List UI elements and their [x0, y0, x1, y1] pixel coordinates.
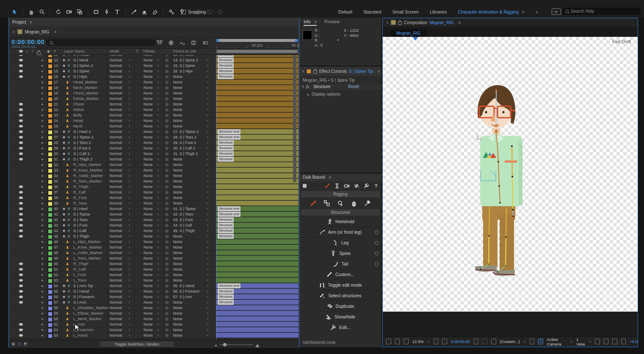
timeline-layer-bar[interactable]	[216, 85, 299, 90]
pickwhip-icon[interactable]: ◎	[165, 272, 169, 277]
chevron-down-icon[interactable]: ∨	[207, 261, 209, 266]
layer-color-swatch[interactable]	[48, 306, 53, 311]
blend-mode-dropdown[interactable]: Normal	[110, 239, 122, 244]
current-time-indicator[interactable]	[412, 37, 418, 44]
current-comp-icon[interactable]	[302, 183, 308, 189]
pickwhip-icon[interactable]: ◎	[165, 201, 169, 206]
blend-mode-dropdown[interactable]: Normal	[110, 151, 122, 156]
layer-row[interactable]: ▶21♟ChestNormal∨None∨◎None∨	[9, 102, 299, 107]
layer-row[interactable]: ▶31★#S | Thigh 2Normal∨None∨◎None∨Struct…	[9, 157, 299, 162]
layer-row[interactable]: ▶56★#S | ForearmNormal∨None∨◎57. S | Arm…	[9, 294, 299, 300]
layer-color-swatch[interactable]	[48, 235, 53, 239]
trkmat-dropdown[interactable]: None	[144, 179, 153, 184]
timeline-search-input[interactable]	[46, 39, 155, 46]
video-visibility-toggle[interactable]	[19, 279, 23, 282]
video-visibility-toggle[interactable]	[19, 75, 23, 78]
chevron-down-icon[interactable]: ∨	[128, 278, 130, 283]
grid-guides-icon[interactable]	[442, 339, 447, 344]
layer-name[interactable]: Chest_Marker	[73, 91, 99, 96]
panel-menu-icon[interactable]: ≡	[329, 175, 332, 180]
chevron-down-icon[interactable]: ∨	[157, 129, 159, 134]
timeline-zoom-slider[interactable]	[215, 342, 260, 347]
layer-name[interactable]: R_Toes_Marker	[73, 179, 102, 184]
chevron-down-icon[interactable]: ∨	[128, 223, 130, 228]
chevron-down-icon[interactable]: ∨	[128, 91, 130, 96]
layer-name[interactable]: L_Elbow_Marker	[73, 311, 103, 316]
video-visibility-toggle[interactable]	[19, 196, 23, 199]
video-visibility-toggle[interactable]	[19, 64, 23, 67]
expand-arrow-icon[interactable]: ▶	[41, 157, 44, 162]
chevron-down-icon[interactable]: ∨	[157, 289, 159, 294]
chevron-down-icon[interactable]: ∨	[157, 151, 159, 156]
timeline-layer-bar[interactable]: Structure	[216, 228, 299, 233]
blend-mode-dropdown[interactable]: Normal	[110, 102, 122, 107]
timeline-layer-bar[interactable]: Structure	[216, 69, 299, 74]
layer-name[interactable]: Belly	[73, 113, 82, 118]
layer-color-swatch[interactable]	[48, 218, 53, 223]
rectangle-tool-icon[interactable]	[92, 8, 100, 16]
layer-color-swatch[interactable]	[48, 91, 53, 96]
pickwhip-icon[interactable]: ◎	[165, 63, 169, 68]
radio-circle-icon[interactable]	[375, 230, 379, 234]
layer-row[interactable]: ▶44★#S | CalfNormal∨None∨◎45. S | Thigh∨…	[9, 228, 299, 234]
trkmat-dropdown[interactable]: None	[144, 129, 153, 134]
solo-column-icon[interactable]: ○	[32, 49, 34, 53]
timeline-layer-bar[interactable]	[216, 278, 299, 283]
expand-arrow-icon[interactable]: ▶	[41, 107, 44, 112]
blend-mode-dropdown[interactable]: Normal	[110, 327, 122, 332]
layer-color-swatch[interactable]	[48, 246, 53, 250]
blend-mode-dropdown[interactable]: Normal	[110, 228, 122, 233]
expand-arrow-icon[interactable]: ▶	[41, 135, 44, 140]
pickwhip-icon[interactable]: ◎	[165, 305, 169, 310]
pickwhip-icon[interactable]: ◎	[165, 80, 169, 85]
chevron-down-icon[interactable]: ∨	[157, 206, 159, 211]
parent-link-dropdown[interactable]: 28. S | Toes 2	[173, 135, 196, 140]
project-panel-header[interactable]: Project ≡	[9, 18, 299, 26]
layer-color-swatch[interactable]	[48, 251, 53, 256]
timeline-layer-bar[interactable]	[216, 190, 299, 195]
expand-arrow-icon[interactable]: ▶	[41, 69, 44, 74]
layer-row[interactable]: ▶13★#S | NeckNormal∨None∨◎14. S | Spine …	[9, 58, 299, 63]
chevron-down-icon[interactable]: ∨	[207, 195, 209, 200]
layer-row[interactable]: ▶17♟Head_MarkerNormal∨None∨◎None∨	[9, 80, 299, 85]
layer-color-swatch[interactable]	[48, 80, 53, 85]
timeline-layer-bar[interactable]: Structure end	[216, 283, 299, 288]
blend-mode-dropdown[interactable]: Normal	[110, 91, 122, 96]
chevron-down-icon[interactable]: ∨	[207, 234, 209, 239]
chevron-down-icon[interactable]: ∨	[128, 55, 130, 57]
video-visibility-toggle[interactable]	[19, 185, 23, 188]
chevron-down-icon[interactable]: ∨	[128, 58, 130, 63]
chevron-down-icon[interactable]: ∨	[207, 96, 209, 101]
snapshot-icon[interactable]	[474, 339, 479, 344]
video-visibility-toggle[interactable]	[19, 296, 23, 298]
video-visibility-toggle[interactable]	[19, 59, 23, 61]
pickwhip-icon[interactable]: ◎	[165, 91, 169, 96]
video-visibility-toggle[interactable]	[19, 274, 23, 276]
pickwhip-icon[interactable]: ◎	[165, 190, 169, 195]
workspace-tab-standard[interactable]: Standard	[363, 9, 381, 14]
timeline-layer-bar[interactable]: Structure	[216, 157, 299, 162]
expand-arrow-icon[interactable]: ▶	[41, 96, 44, 101]
chevron-down-icon[interactable]: ∨	[207, 80, 209, 85]
layer-color-swatch[interactable]	[48, 69, 53, 74]
parent-link-dropdown[interactable]: None	[173, 333, 182, 338]
blend-mode-dropdown[interactable]: Normal	[110, 201, 122, 206]
index-column-header[interactable]: #	[54, 49, 56, 53]
chevron-down-icon[interactable]: ∨	[157, 91, 159, 96]
show-snapshot-icon[interactable]	[482, 339, 487, 344]
layer-name[interactable]: L_Foot	[73, 272, 86, 277]
expand-arrow-icon[interactable]: ▶	[41, 322, 44, 327]
trkmat-dropdown[interactable]: None	[144, 124, 153, 129]
chevron-down-icon[interactable]: ∨	[157, 267, 159, 272]
trkmat-dropdown[interactable]: None	[144, 305, 153, 310]
expand-arrow-icon[interactable]: ▶	[41, 113, 44, 118]
chevron-down-icon[interactable]: ∨	[207, 278, 209, 283]
parent-link-dropdown[interactable]: 31. S | Thigh 2	[173, 151, 198, 156]
layer-color-swatch[interactable]	[48, 323, 53, 327]
trkmat-dropdown[interactable]: None	[144, 80, 153, 85]
layer-row[interactable]: ▶36♟R_ThighNormal∨None∨◎None∨	[9, 184, 299, 190]
expand-arrow-icon[interactable]: ▶	[41, 278, 44, 283]
trkmat-dropdown[interactable]: None	[144, 283, 153, 288]
pickwhip-icon[interactable]: ◎	[165, 212, 169, 217]
layer-color-swatch[interactable]	[48, 147, 53, 151]
